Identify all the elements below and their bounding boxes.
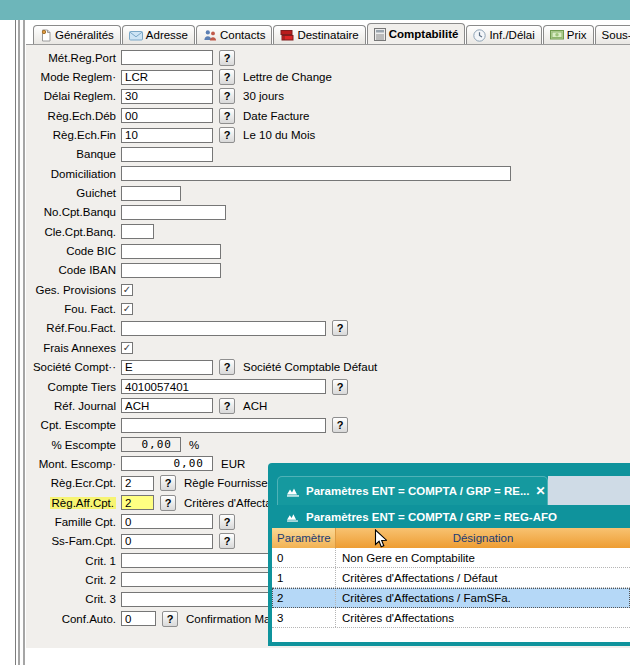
fou-fact-checkbox[interactable]: ✓	[121, 303, 133, 315]
cpt-escompte-field[interactable]	[121, 418, 326, 433]
mode-reglem-field[interactable]	[121, 70, 213, 85]
famille-cpt-field[interactable]	[121, 514, 213, 529]
reg-ecr-cpt-field[interactable]	[121, 476, 154, 491]
ref-journal-help-button[interactable]: ?	[219, 398, 235, 414]
form-row-fou-fact: Fou. Fact.✓	[26, 299, 630, 318]
domiciliation-field[interactable]	[121, 166, 511, 181]
tab-prix[interactable]: Prix	[543, 25, 594, 44]
ledger-icon	[374, 28, 386, 41]
form-row-ref-journal: Réf. Journal?ACH	[26, 396, 630, 415]
societe-compt-field[interactable]	[121, 360, 213, 375]
mode-reglem-help-button[interactable]: ?	[219, 69, 235, 85]
cle-cpt-banq-field[interactable]	[121, 224, 154, 239]
field-label-mont-escomp: Mont. Escomp·	[26, 458, 116, 470]
conf-auto-field[interactable]	[121, 611, 156, 626]
cpt-escompte-help-button[interactable]: ?	[332, 417, 348, 433]
mont-escomp-description: EUR	[221, 458, 245, 470]
table-row-param-3[interactable]: 3Critères d'Affectations	[272, 608, 630, 628]
field-label-reg-aff-cpt: Règ.Aff.Cpt.	[26, 497, 116, 509]
tab-label: Prix	[567, 29, 587, 41]
form-row-mode-reglem: Mode Reglem·?Lettre de Change	[26, 67, 630, 86]
form-row-domiciliation: Domiciliation	[26, 164, 630, 183]
package-icon	[280, 29, 294, 41]
guichet-field[interactable]	[121, 186, 181, 201]
tab-generalites[interactable]: Généralités	[33, 25, 121, 44]
no-cpt-banqu-field[interactable]	[121, 205, 226, 220]
ref-fou-fact-help-button[interactable]: ?	[332, 320, 348, 336]
popup-tabstrip-background	[548, 476, 630, 505]
tab-sous-traitance[interactable]: Sous-Traitance	[595, 25, 630, 44]
reg-ecr-cpt-description: Règle Fournisseur	[184, 477, 278, 489]
close-icon[interactable]: ✕	[535, 484, 545, 498]
field-label-famille-cpt: Famille Cpt.	[26, 516, 116, 528]
reg-ech-fin-field[interactable]	[121, 128, 213, 143]
form-row-compte-tiers: Compte Tiers?	[26, 377, 630, 396]
met-reg-port-field[interactable]	[121, 50, 213, 65]
code-bic-field[interactable]	[121, 244, 221, 259]
table-header-row: Paramètre Désignation	[272, 528, 630, 548]
field-label-code-iban: Code IBAN	[26, 264, 116, 276]
conf-auto-help-button[interactable]: ?	[162, 611, 178, 627]
envelope-icon	[129, 30, 143, 41]
form-row-reg-ech-deb: Règ.Ech.Déb?Date Facture	[26, 106, 630, 125]
parametres-popup-window: Paramètres ENT = COMPTA / GRP = RE... ✕ …	[268, 463, 630, 646]
ss-fam-cpt-field[interactable]	[121, 534, 213, 549]
compte-tiers-field[interactable]	[121, 379, 326, 394]
societe-compt-help-button[interactable]: ?	[219, 359, 235, 375]
code-iban-field[interactable]	[121, 263, 221, 278]
form-row-code-iban: Code IBAN	[26, 261, 630, 280]
ref-journal-field[interactable]	[121, 398, 213, 413]
tab-inf-delai[interactable]: Inf./Délai	[466, 25, 541, 44]
reg-ech-deb-field[interactable]	[121, 108, 213, 123]
frais-annexes-checkbox[interactable]: ✓	[121, 342, 133, 354]
compte-tiers-help-button[interactable]: ?	[332, 379, 348, 395]
form-row-frais-annexes: Frais Annexes✓	[26, 338, 630, 357]
field-label-societe-compt: Société Compt··	[26, 361, 116, 373]
reg-aff-cpt-help-button[interactable]: ?	[160, 495, 176, 511]
table-row-param-0[interactable]: 0Non Gere en Comptabilite	[272, 548, 630, 568]
popup-tab-title: Paramètres ENT = COMPTA / GRP = RE...	[306, 485, 529, 497]
escompte-field[interactable]	[121, 437, 181, 452]
cell-parametre: 3	[272, 608, 336, 627]
tab-destinataire[interactable]: Destinataire	[273, 25, 365, 44]
parameters-table: Paramètre Désignation 0Non Gere en Compt…	[272, 528, 630, 642]
tab-adresse[interactable]: Adresse	[122, 25, 195, 44]
field-label-banque: Banque	[26, 148, 116, 160]
delai-reglem-help-button[interactable]: ?	[219, 88, 235, 104]
mode-reglem-description: Lettre de Change	[243, 71, 332, 83]
mouse-cursor	[374, 529, 387, 553]
form-row-code-bic: Code BIC	[26, 241, 630, 260]
delai-reglem-field[interactable]	[121, 89, 213, 104]
left-side-panel-edge	[0, 20, 16, 665]
ss-fam-cpt-help-button[interactable]: ?	[219, 533, 235, 549]
escompte-description: %	[189, 439, 199, 451]
famille-cpt-help-button[interactable]: ?	[219, 514, 235, 530]
reg-ecr-cpt-help-button[interactable]: ?	[160, 475, 176, 491]
mont-escomp-field[interactable]	[121, 456, 213, 471]
reg-ech-deb-help-button[interactable]: ?	[219, 108, 235, 124]
field-label-reg-ecr-cpt: Règ.Ecr.Cpt.	[26, 477, 116, 489]
tab-comptabilite[interactable]: Comptabilité	[367, 23, 466, 44]
reg-ech-fin-help-button[interactable]: ?	[219, 127, 235, 143]
field-label-met-reg-port: Mét.Reg.Port	[26, 52, 116, 64]
form-row-no-cpt-banqu: No.Cpt.Banqu	[26, 203, 630, 222]
field-label-cle-cpt-banq: Cle.Cpt.Banq.	[26, 226, 116, 238]
form-row-ges-provisions: Ges. Provisions✓	[26, 280, 630, 299]
column-header-parametre[interactable]: Paramètre	[272, 528, 336, 548]
tab-label: Généralités	[55, 29, 114, 41]
cell-designation: Critères d'Affectations / Défaut	[336, 568, 630, 587]
ges-provisions-checkbox[interactable]: ✓	[121, 284, 133, 296]
contacts-icon	[203, 29, 217, 41]
table-row-param-2[interactable]: 2Critères d'Affectations / FamSFa.	[272, 588, 630, 608]
ref-fou-fact-field[interactable]	[121, 321, 326, 336]
form-row-escompte: % Escompte%	[26, 435, 630, 454]
met-reg-port-help-button[interactable]: ?	[219, 50, 235, 66]
reg-aff-cpt-field[interactable]	[121, 495, 154, 510]
table-row-param-1[interactable]: 1Critères d'Affectations / Défaut	[272, 568, 630, 588]
vertical-splitter-handle[interactable]	[17, 20, 26, 665]
banque-field[interactable]	[121, 147, 213, 162]
popup-window-tab[interactable]: Paramètres ENT = COMPTA / GRP = RE... ✕	[277, 476, 548, 505]
form-row-cle-cpt-banq: Cle.Cpt.Banq.	[26, 222, 630, 241]
tab-contacts[interactable]: Contacts	[196, 25, 272, 44]
window-title-bar	[0, 0, 630, 20]
